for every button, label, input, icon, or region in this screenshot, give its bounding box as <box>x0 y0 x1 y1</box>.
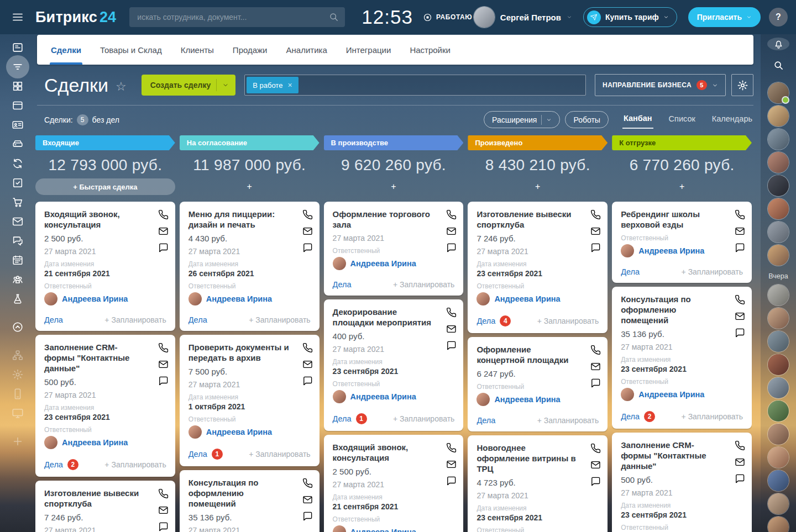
mail-icon[interactable] <box>590 361 601 372</box>
comment-icon[interactable] <box>590 378 601 388</box>
call-icon[interactable] <box>735 209 745 220</box>
contact-avatar[interactable] <box>768 152 789 173</box>
call-icon[interactable] <box>302 343 313 353</box>
invite-button[interactable]: Пригласить <box>688 7 761 27</box>
mail-icon[interactable] <box>302 226 313 236</box>
collapse-menu-button[interactable] <box>6 320 29 334</box>
workflows-button[interactable] <box>6 157 29 170</box>
contact-avatar[interactable] <box>768 401 789 422</box>
add-deal-button[interactable]: + <box>180 178 320 195</box>
marketing-button[interactable] <box>6 292 29 305</box>
deal-card[interactable]: Изготовление вывески спортклуба 7 246 ру… <box>35 481 175 532</box>
mail-icon[interactable] <box>302 359 313 370</box>
comment-icon[interactable] <box>590 243 601 253</box>
contact-avatar[interactable] <box>768 424 789 445</box>
nav-tab[interactable]: Клиенты <box>171 35 223 65</box>
remove-filter-icon[interactable]: × <box>287 81 292 89</box>
call-icon[interactable] <box>302 478 313 488</box>
view-tab[interactable]: Список <box>668 111 696 128</box>
call-icon[interactable] <box>590 443 601 454</box>
responsible-link[interactable]: Андреева Ирина <box>494 294 560 303</box>
app-logo[interactable]: Битрикс24 <box>35 9 116 26</box>
contact-avatar[interactable] <box>768 285 789 305</box>
deal-title[interactable]: Входящий звонок, консультация <box>333 442 455 463</box>
call-icon[interactable] <box>735 294 745 305</box>
favorite-star-icon[interactable]: ☆ <box>116 80 127 94</box>
call-icon[interactable] <box>446 307 457 318</box>
comment-icon[interactable] <box>302 511 313 522</box>
comment-icon[interactable] <box>590 476 601 487</box>
schedule-link[interactable]: + Запланировать <box>393 414 454 423</box>
todos-link[interactable]: Дела <box>476 317 495 325</box>
call-icon[interactable] <box>158 488 169 499</box>
deal-card[interactable]: Заполнение CRM-формы "Контактные данные"… <box>612 433 752 532</box>
view-tab[interactable]: Канбан <box>622 110 653 129</box>
tasks-button[interactable] <box>6 176 29 189</box>
call-icon[interactable] <box>158 209 169 220</box>
schedule-link[interactable]: + Запланировать <box>249 315 310 324</box>
mail-icon[interactable] <box>735 226 745 236</box>
menu-button[interactable] <box>0 0 35 34</box>
nav-tab[interactable]: Интеграции <box>337 35 401 65</box>
call-icon[interactable] <box>590 209 601 220</box>
responsible-link[interactable]: Андреева Ирина <box>350 392 416 401</box>
mail-icon[interactable] <box>158 505 169 515</box>
kanban-column-header[interactable]: К отгрузке <box>612 135 752 150</box>
kanban-column-header[interactable]: Входящие <box>35 135 175 150</box>
deal-title[interactable]: Изготовление вывески спортклуба <box>44 488 166 509</box>
mail-icon[interactable] <box>446 226 457 236</box>
deal-title[interactable]: Ребрендинг школы верховой езды <box>621 209 743 230</box>
shop-button[interactable] <box>6 196 29 209</box>
robots-button[interactable]: Роботы <box>565 111 608 128</box>
calendar-button[interactable] <box>6 254 29 267</box>
call-icon[interactable] <box>590 345 601 355</box>
business-direction-dropdown[interactable]: НАПРАВЛЕНИЕ БИЗНЕСА 5 <box>595 74 726 96</box>
contact-avatar[interactable] <box>768 129 789 150</box>
call-icon[interactable] <box>446 443 457 453</box>
todos-link[interactable]: Дела <box>188 450 207 459</box>
comment-icon[interactable] <box>158 243 169 253</box>
add-deal-button[interactable]: + <box>324 178 464 195</box>
deal-card[interactable]: Меню для пиццерии: дизайн и печать 4 430… <box>180 202 320 331</box>
call-icon[interactable] <box>446 209 457 220</box>
nav-tab[interactable]: Товары и Склад <box>91 35 171 65</box>
mail-icon[interactable] <box>302 494 313 505</box>
comment-icon[interactable] <box>735 328 745 338</box>
drive-button[interactable] <box>6 138 29 151</box>
schedule-link[interactable]: + Запланировать <box>393 280 454 289</box>
contact-avatar[interactable] <box>768 447 789 468</box>
deal-card[interactable]: Ребрендинг школы верховой езды Ответстве… <box>612 202 752 283</box>
deal-title[interactable]: Заполнение CRM-формы "Контактные данные" <box>44 342 166 373</box>
deal-card[interactable]: Консультация по оформлению помещений 35 … <box>612 287 752 429</box>
comment-icon[interactable] <box>446 243 457 253</box>
deal-card[interactable]: Входящий звонок, консультация 2 500 руб.… <box>324 435 464 532</box>
settings-button[interactable] <box>6 368 29 381</box>
contact-avatar[interactable] <box>768 308 789 329</box>
nav-tab[interactable]: Аналитика <box>277 35 337 65</box>
comment-icon[interactable] <box>735 473 745 484</box>
deal-title[interactable]: Изготовление вывески спортклуба <box>476 209 599 230</box>
desktop-app-button[interactable] <box>6 407 29 420</box>
contact-avatar[interactable] <box>768 106 789 127</box>
filter-chip[interactable]: В работе × <box>247 77 298 93</box>
buy-tariff-button[interactable]: Купить тариф <box>583 7 677 27</box>
deal-title[interactable]: Оформление торгового зала <box>333 209 455 230</box>
kanban-column-header[interactable]: В производстве <box>324 135 464 150</box>
mail-icon[interactable] <box>590 226 601 236</box>
responsible-link[interactable]: Андреева Ирина <box>62 294 128 303</box>
todos-link[interactable]: Дела <box>621 267 640 276</box>
contact-avatar[interactable] <box>768 517 789 532</box>
deal-title[interactable]: Проверить документы и передать в архив <box>188 342 311 363</box>
mail-icon[interactable] <box>158 226 169 236</box>
add-deal-button[interactable]: + <box>612 178 752 195</box>
call-icon[interactable] <box>158 343 169 353</box>
responsible-link[interactable]: Андреева Ирина <box>62 438 128 447</box>
schedule-link[interactable]: + Запланировать <box>537 416 599 425</box>
settings-button[interactable] <box>731 74 753 96</box>
call-icon[interactable] <box>735 440 745 451</box>
todos-link[interactable]: Дела <box>476 416 495 425</box>
contact-avatar[interactable] <box>768 82 789 103</box>
contact-avatar[interactable] <box>768 493 789 514</box>
live-feed-button[interactable] <box>6 41 29 54</box>
deal-title[interactable]: Консультация по оформлению помещений <box>188 477 311 509</box>
